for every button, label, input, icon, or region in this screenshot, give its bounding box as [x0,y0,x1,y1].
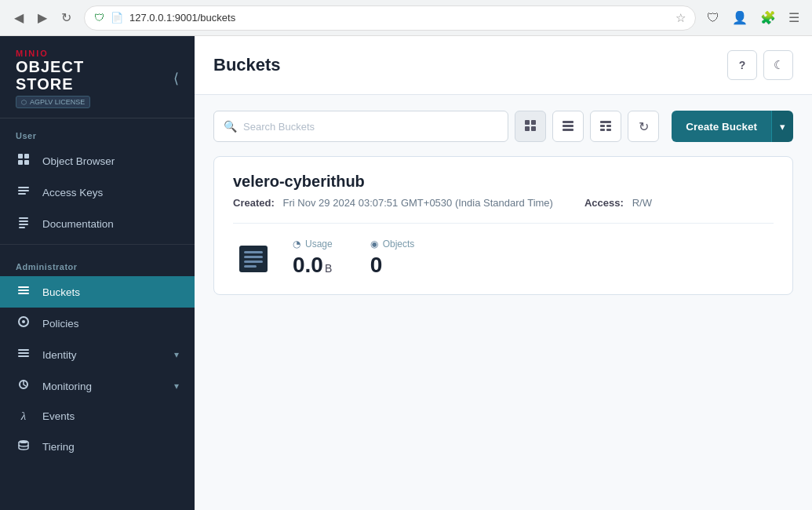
sidebar-item-access-keys[interactable]: Access Keys [0,177,195,208]
extension-icon[interactable]: 🧩 [757,7,779,28]
svg-rect-5 [18,190,29,191]
svg-rect-18 [18,355,29,357]
access-meta: Access: R/W [584,197,652,209]
buckets-label: Buckets [42,286,179,298]
svg-rect-11 [18,286,29,288]
svg-rect-27 [563,129,573,131]
forward-button[interactable]: ▶ [33,7,52,28]
documentation-icon [16,216,31,231]
divider-1 [0,244,195,245]
back-button[interactable]: ◀ [9,7,28,28]
objects-label-text: Objects [383,239,415,250]
svg-rect-3 [24,160,29,165]
search-box: 🔍 [213,111,508,142]
theme-icon: ☾ [774,58,784,72]
object-browser-icon [16,153,31,169]
table-view-button[interactable] [590,111,621,142]
sidebar-item-events[interactable]: λ Events [0,402,195,431]
logo-area: MINIO OBJECTSTORE ⬡ AGPLV LICENSE [16,49,90,108]
sidebar-item-policies[interactable]: Policies [0,308,195,339]
svg-rect-8 [19,220,28,222]
logo-license: ⬡ AGPLV LICENSE [16,96,90,108]
sidebar-item-object-browser[interactable]: Object Browser [0,145,195,177]
events-label: Events [42,410,179,422]
menu-icon[interactable]: ☰ [785,7,803,28]
toolbar-row: 🔍 [213,111,793,142]
profile-icon[interactable]: 👤 [729,7,751,28]
bucket-stats: ◔ Usage 0.0 B ◉ Objects [293,239,414,278]
usage-label-text: Usage [305,239,333,250]
svg-rect-23 [525,126,530,131]
header-actions: ? ☾ [727,50,793,80]
list-view-button[interactable] [552,111,584,142]
svg-rect-28 [600,121,611,123]
usage-stat: ◔ Usage 0.0 B [293,239,333,278]
svg-rect-7 [19,217,28,219]
admin-section-label: Administrator [0,250,195,276]
svg-rect-32 [606,129,611,131]
tiering-label: Tiering [42,441,179,453]
grid-icon [524,119,537,134]
objects-stat: ◉ Objects 0 [370,239,415,278]
search-icon: 🔍 [224,120,237,133]
created-meta: Created: Fri Nov 29 2024 03:07:51 GMT+05… [233,197,553,209]
create-bucket-dropdown-button[interactable]: ▾ [771,111,793,142]
objects-value: 0 [370,253,383,278]
svg-rect-26 [563,125,573,127]
svg-rect-29 [600,125,605,127]
url-text: 127.0.0.1:9001/buckets [129,12,669,24]
svg-rect-2 [18,160,23,165]
bookmarks-icon[interactable]: 🛡 [704,8,723,28]
reload-button[interactable]: ↻ [56,7,76,28]
policies-icon [16,315,31,331]
svg-point-20 [19,440,28,443]
create-bucket-group: Create Bucket ▾ [672,111,793,142]
bucket-meta: Created: Fri Nov 29 2024 03:07:51 GMT+05… [233,197,774,209]
documentation-label: Documentation [42,218,179,230]
sidebar-item-monitoring[interactable]: Monitoring ▾ [0,370,195,402]
svg-rect-16 [18,349,29,351]
svg-point-15 [22,320,25,323]
svg-rect-6 [18,193,26,195]
monitoring-label: Monitoring [42,381,163,392]
theme-toggle-button[interactable]: ☾ [763,50,793,80]
help-button[interactable]: ? [727,50,757,80]
page-icon: 📄 [111,12,123,24]
svg-rect-25 [563,121,573,123]
page-header: Buckets ? ☾ [195,36,812,95]
svg-rect-36 [244,260,263,263]
svg-rect-33 [239,246,268,272]
grid-view-button[interactable] [515,111,546,142]
list-icon [562,119,574,134]
search-input[interactable] [243,121,498,133]
logo-title: OBJECTSTORE [16,58,90,93]
bucket-stats-row: ◔ Usage 0.0 B ◉ Objects [233,238,774,279]
sidebar-item-tiering[interactable]: Tiering [0,431,195,462]
star-icon[interactable]: ☆ [675,11,686,25]
identity-icon [16,347,31,362]
sidebar-item-identity[interactable]: Identity ▾ [0,339,195,370]
page-title: Buckets [213,55,281,75]
svg-rect-34 [244,251,263,253]
sidebar-collapse-button[interactable]: ⟨ [173,70,179,87]
sidebar-header: MINIO OBJECTSTORE ⬡ AGPLV LICENSE ⟨ [0,36,195,118]
svg-rect-9 [19,224,28,225]
refresh-button[interactable]: ↻ [628,111,659,142]
bucket-icon [233,238,274,279]
sidebar-item-documentation[interactable]: Documentation [0,208,195,239]
usage-value: 0.0 [293,253,323,278]
browser-actions: 🛡 👤 🧩 ☰ [704,7,803,28]
bucket-card: velero-cyberithub Created: Fri Nov 29 20… [213,156,793,295]
create-bucket-label: Create Bucket [686,121,757,133]
create-bucket-button[interactable]: Create Bucket [672,111,771,142]
help-icon: ? [739,59,746,71]
svg-rect-35 [244,256,263,258]
logo-minio: MINIO [16,49,90,58]
address-bar[interactable]: 🛡 📄 127.0.0.1:9001/buckets ☆ [84,5,696,31]
monitoring-icon [16,378,31,394]
sidebar-item-buckets[interactable]: Buckets [0,276,195,308]
svg-rect-13 [18,293,29,294]
svg-rect-22 [531,120,536,125]
usage-unit: B [325,262,332,275]
bucket-name: velero-cyberithub [233,173,774,191]
